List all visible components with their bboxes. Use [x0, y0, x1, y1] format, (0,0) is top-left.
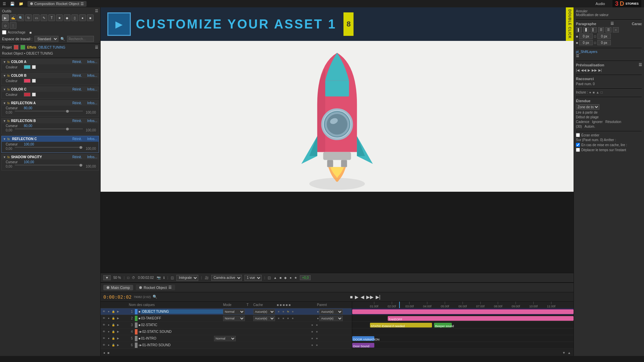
- play-ctrl-back[interactable]: ◀◀: [581, 68, 586, 72]
- layer2-cache-select[interactable]: Aucun(e): [253, 316, 275, 321]
- layer1-solo[interactable]: ●: [107, 310, 111, 314]
- track-bar-3-2[interactable]: Beeper sound: [434, 323, 452, 327]
- color-a-swatch1[interactable]: [24, 65, 31, 69]
- inclure-icon4[interactable]: □: [601, 90, 603, 94]
- ctrl-icon2[interactable]: ▶: [355, 294, 359, 300]
- color-b-swatch2[interactable]: [32, 79, 36, 83]
- layer1-parent-select[interactable]: Aucun(e): [319, 309, 343, 314]
- inclure-icon1[interactable]: ●: [589, 90, 591, 94]
- reflection-a-slider[interactable]: [15, 111, 83, 112]
- layer4-solo[interactable]: ●: [107, 330, 111, 334]
- effect-reflection-a-header[interactable]: ▼ fx REFLECTION A Réinit. Infos...: [2, 101, 99, 106]
- align-none[interactable]: ○: [613, 27, 619, 33]
- layer5-lock[interactable]: 🔒: [111, 337, 115, 341]
- layer4-lock[interactable]: 🔒: [111, 330, 115, 334]
- tool-text[interactable]: T: [48, 14, 55, 21]
- layer4-sw2[interactable]: ■: [315, 330, 319, 334]
- ctrl-icon1[interactable]: ■: [350, 294, 353, 300]
- color-a-swatch2[interactable]: [32, 65, 36, 69]
- effect-reflection-b-header[interactable]: ▼ fx REFLECTION B Réinit. Infos...: [2, 118, 99, 123]
- camera-select[interactable]: Caméra active: [211, 275, 242, 281]
- inclure-icon2[interactable]: ■: [593, 90, 595, 94]
- tool-puppet[interactable]: ■: [87, 14, 94, 21]
- layer3-expand[interactable]: ▶: [116, 323, 120, 327]
- layer4-eye[interactable]: 👁: [102, 330, 106, 334]
- layer3-sw1[interactable]: ■: [310, 323, 314, 327]
- align-center[interactable]: ▋: [583, 27, 589, 33]
- play-ctrl-fwd[interactable]: ▶▶: [592, 68, 597, 72]
- layer2-eye[interactable]: 👁: [102, 316, 106, 320]
- cache-check[interactable]: [576, 143, 580, 147]
- etendue-select[interactable]: Zone de travail: [576, 104, 599, 110]
- align-left[interactable]: ▌: [576, 27, 582, 33]
- effect-reflection-a-reinit[interactable]: Réinit.: [72, 101, 82, 105]
- effect-reflection-c-infos[interactable]: Infos...: [87, 137, 97, 141]
- ctrl-icon3[interactable]: ◀: [361, 294, 364, 300]
- layer5-mode-select[interactable]: Normal: [214, 336, 236, 341]
- layer1-mode-select[interactable]: Normal: [223, 309, 245, 314]
- effect-color-c-header[interactable]: ▼ fx COLOR C Réinit. Infos...: [2, 87, 99, 92]
- ctrl-icon5[interactable]: ▶|: [376, 294, 381, 300]
- layer6-expand[interactable]: ▶: [116, 343, 120, 347]
- color-c-swatch2[interactable]: [32, 93, 36, 97]
- layer6-sw1[interactable]: ■: [310, 343, 314, 347]
- timeline-footer-icon3[interactable]: ▼: [562, 351, 566, 355]
- resolution-select[interactable]: Intégrale: [176, 275, 198, 281]
- ecran-entier-check[interactable]: [576, 133, 580, 137]
- px4-input[interactable]: [597, 40, 611, 45]
- effect-color-b-header[interactable]: ▼ fx COLOR B Réinit. Infos...: [2, 73, 99, 78]
- bottom-plus-btn[interactable]: +0,0: [300, 275, 311, 280]
- layer6-eye[interactable]: 👁: [102, 343, 106, 347]
- layer3-lock[interactable]: 🔒: [111, 323, 115, 327]
- layer5-sw2[interactable]: ■: [315, 337, 319, 341]
- track-bar-6-1[interactable]: Door Sound: [352, 343, 374, 348]
- reflection-b-slider[interactable]: [15, 128, 83, 129]
- effect-reflection-b-infos[interactable]: Infos...: [87, 119, 97, 123]
- layer1-eye[interactable]: 👁: [102, 310, 106, 314]
- shadow-opacity-slider[interactable]: [15, 165, 83, 166]
- layer3-eye[interactable]: 👁: [102, 323, 106, 327]
- tool-extra[interactable]: ◇: [2, 22, 9, 29]
- color-c-swatch1[interactable]: [24, 93, 31, 97]
- effect-color-a-infos[interactable]: Infos...: [87, 60, 97, 64]
- layer2-mode-select[interactable]: Normal: [223, 316, 245, 321]
- play-ctrl-end[interactable]: ▶|: [598, 68, 602, 72]
- effect-reflection-c-header[interactable]: ▼ fx REFLECTION C Réinit. Infos...: [2, 136, 99, 142]
- inclure-icon3[interactable]: ▲: [596, 90, 599, 94]
- layer2-parent-select[interactable]: Aucun(e): [319, 316, 343, 321]
- align-justify-all[interactable]: ☰: [605, 27, 611, 33]
- px2-input[interactable]: [597, 34, 611, 39]
- effect-reflection-b-reinit[interactable]: Réinit.: [72, 119, 82, 123]
- layer2-lock[interactable]: 🔒: [111, 316, 115, 320]
- effect-shadow-opacity-infos[interactable]: Infos...: [87, 155, 97, 159]
- search-input[interactable]: [67, 36, 94, 42]
- layer1-sw4[interactable]: ■: [291, 310, 295, 314]
- tool-hand[interactable]: ✍: [10, 14, 16, 21]
- layer5-sw1[interactable]: ■: [310, 337, 314, 341]
- layer2-sw4[interactable]: ■: [291, 316, 295, 320]
- effect-color-a-header[interactable]: ▼ fx COLOR A Réinit. Infos...: [2, 59, 99, 64]
- ctrl-icon4[interactable]: ▶▶: [366, 294, 374, 300]
- effect-color-c-infos[interactable]: Infos...: [87, 87, 97, 91]
- tool-brush[interactable]: ★: [56, 14, 63, 21]
- layer1-expand[interactable]: ▶: [116, 310, 120, 314]
- px3-input[interactable]: [579, 40, 593, 45]
- px1-input[interactable]: [579, 34, 593, 39]
- tool-zoom[interactable]: 🔍: [17, 14, 24, 21]
- layer5-solo[interactable]: ●: [107, 337, 111, 341]
- layer2-sw1[interactable]: ■: [277, 316, 281, 320]
- comp-tab[interactable]: Composition Rocket Object ☰: [28, 1, 87, 7]
- layer6-lock[interactable]: 🔒: [111, 343, 115, 347]
- timeline-footer-icon4[interactable]: ▲: [568, 351, 571, 355]
- reflection-c-slider[interactable]: [15, 147, 83, 148]
- align-justify[interactable]: ☰: [598, 27, 604, 33]
- timeline-footer-icon2[interactable]: ■: [107, 351, 109, 355]
- tool-eraser[interactable]: ▯: [71, 14, 78, 21]
- tool-pin[interactable]: ●: [79, 14, 86, 21]
- layer6-sw2[interactable]: ■: [315, 343, 319, 347]
- workspace-select[interactable]: Standard: [35, 36, 58, 42]
- layer4-expand[interactable]: ▶: [116, 330, 120, 334]
- track-bar-2-1[interactable]: TAKEOFF: [388, 316, 574, 321]
- track-bar-1-1[interactable]: [352, 309, 574, 314]
- effect-shadow-opacity-header[interactable]: ▼ fx SHADOW OPACITY Réinit. Infos...: [2, 155, 99, 160]
